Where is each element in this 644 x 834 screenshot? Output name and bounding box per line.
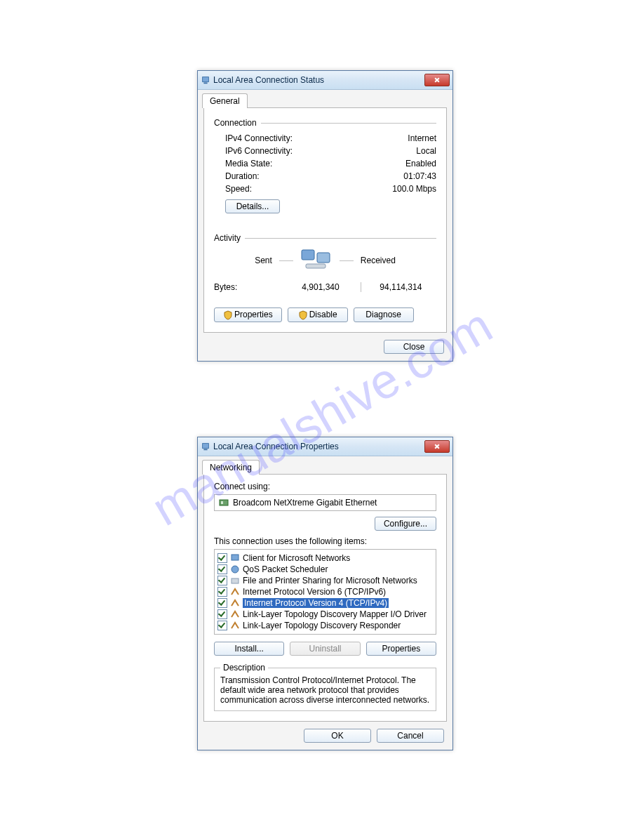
bytes-received: 94,114,314 — [365, 282, 436, 292]
protocol-icon — [230, 587, 240, 597]
list-item: Client for Microsoft Networks — [216, 552, 434, 564]
status-titlebar[interactable]: Local Area Connection Status — [198, 71, 452, 90]
checkbox[interactable] — [217, 609, 227, 619]
connection-label: Connection — [214, 118, 257, 128]
components-list[interactable]: Client for Microsoft Networks QoS Packet… — [214, 549, 436, 635]
svg-rect-3 — [317, 253, 330, 263]
nic-icon — [219, 498, 229, 508]
svg-rect-9 — [232, 555, 239, 560]
cancel-button[interactable]: Cancel — [377, 729, 444, 743]
shield-icon — [223, 310, 233, 320]
svg-point-10 — [232, 566, 239, 573]
row-speed: Speed:100.0 Mbps — [214, 183, 436, 195]
checkbox[interactable] — [217, 564, 227, 574]
protocol-icon — [230, 609, 240, 619]
close-icon[interactable] — [424, 440, 450, 453]
install-button[interactable]: Install... — [214, 642, 284, 656]
connect-using-label: Connect using: — [214, 482, 436, 491]
row-ipv6: IPv6 Connectivity:Local — [214, 145, 436, 157]
svg-rect-8 — [221, 501, 223, 504]
svg-rect-2 — [302, 250, 314, 260]
checkbox[interactable] — [217, 621, 227, 630]
checkbox[interactable] — [217, 553, 227, 563]
protocol-icon — [230, 598, 240, 608]
row-ipv4: IPv4 Connectivity:Internet — [214, 132, 436, 145]
properties-button[interactable]: Properties — [214, 307, 282, 322]
svg-rect-11 — [232, 578, 239, 583]
list-item: Link-Layer Topology Discovery Mapper I/O… — [216, 609, 434, 620]
service-icon — [230, 576, 240, 585]
ok-button[interactable]: OK — [304, 729, 371, 743]
connection-group: Connection — [214, 118, 436, 128]
activity-group: Activity — [214, 233, 436, 243]
svg-rect-1 — [203, 83, 207, 84]
svg-rect-0 — [203, 77, 209, 82]
svg-rect-7 — [220, 500, 228, 505]
properties-titlebar[interactable]: Local Area Connection Properties — [198, 437, 452, 456]
shield-icon — [298, 310, 308, 320]
row-media: Media State:Enabled — [214, 157, 436, 170]
received-label: Received — [361, 256, 396, 265]
bytes-label: Bytes: — [214, 282, 285, 292]
bytes-sent: 4,901,340 — [285, 282, 356, 292]
svg-rect-4 — [306, 264, 326, 268]
configure-button[interactable]: Configure... — [375, 517, 436, 531]
list-item: QoS Packet Scheduler — [216, 564, 434, 575]
uninstall-button: Uninstall — [290, 642, 360, 656]
list-item: Internet Protocol Version 4 (TCP/IPv4) — [216, 597, 434, 609]
svg-rect-6 — [203, 449, 207, 451]
item-properties-button[interactable]: Properties — [366, 642, 436, 656]
adapter-name: Broadcom NetXtreme Gigabit Ethernet — [233, 498, 377, 508]
list-item: Internet Protocol Version 6 (TCP/IPv6) — [216, 586, 434, 597]
row-duration: Duration:01:07:43 — [214, 170, 436, 183]
list-item: Link-Layer Topology Discovery Responder — [216, 620, 434, 631]
checkbox[interactable] — [217, 587, 227, 597]
sent-label: Sent — [255, 256, 272, 265]
description-text: Transmission Control Protocol/Internet P… — [220, 675, 430, 705]
tab-networking[interactable]: Networking — [202, 460, 260, 475]
client-icon — [230, 553, 240, 563]
status-dialog: Local Area Connection Status General Con… — [197, 70, 453, 362]
activity-label: Activity — [214, 233, 241, 243]
checkbox[interactable] — [217, 598, 227, 608]
checkbox[interactable] — [217, 576, 227, 585]
network-icon — [201, 75, 210, 85]
tab-general[interactable]: General — [202, 93, 248, 108]
properties-dialog: Local Area Connection Properties Network… — [197, 437, 453, 750]
close-icon[interactable] — [424, 74, 450, 86]
disable-button[interactable]: Disable — [288, 307, 348, 322]
network-icon — [201, 442, 210, 451]
close-button[interactable]: Close — [384, 340, 444, 354]
list-item: File and Printer Sharing for Microsoft N… — [216, 575, 434, 586]
status-title: Local Area Connection Status — [213, 75, 324, 85]
adapter-field[interactable]: Broadcom NetXtreme Gigabit Ethernet — [214, 494, 436, 511]
description-label: Description — [220, 663, 268, 673]
service-icon — [230, 564, 240, 574]
svg-rect-5 — [203, 444, 209, 449]
details-button[interactable]: Details... — [225, 199, 280, 213]
monitors-icon — [300, 249, 333, 272]
properties-title: Local Area Connection Properties — [213, 442, 339, 451]
items-label: This connection uses the following items… — [214, 536, 436, 546]
protocol-icon — [230, 621, 240, 630]
diagnose-button[interactable]: Diagnose — [354, 307, 414, 322]
description-group: Description Transmission Control Protoco… — [214, 663, 436, 711]
